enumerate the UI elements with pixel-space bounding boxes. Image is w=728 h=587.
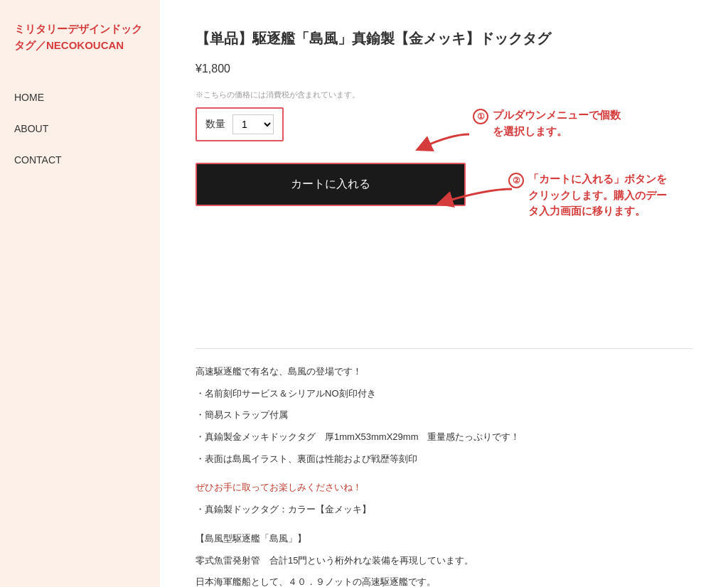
sidebar-item-home[interactable]: HOME (14, 82, 146, 113)
tax-note: ※こちらの価格には消費税が含まれています。 (196, 90, 692, 100)
desc-line-2: ・名前刻印サービス＆シリアルNO刻印付き (196, 385, 692, 403)
cart-button[interactable]: カートに入れる (197, 164, 464, 205)
desc-line-5: ・表面は島風イラスト、裏面は性能および戦歴等刻印 (196, 451, 692, 468)
callout-1-text: プルダウンメニューで個数を選択します。 (493, 107, 621, 139)
sidebar-item-contact[interactable]: CONTACT (14, 144, 146, 176)
desc-line-8: 【島風型駆逐艦「島風」】 (196, 530, 692, 548)
callout-1-number: ① (473, 109, 488, 124)
desc-line-4: ・真鍮製金メッキドックタグ 厚1mmX53mmX29mm 重量感たっぷりです！ (196, 429, 692, 446)
callout-2: ② 「カートに入れる」ボタンをクリックします。購入のデータ入力画面に移ります。 (508, 171, 670, 220)
main-content: 【単品】駆逐艦「島風」真鍮製【金メッキ】ドックタグ ¥1,800 ※こちらの価格… (160, 0, 728, 587)
desc-line-1: 高速駆逐艦で有名な、島風の登場です！ (196, 363, 692, 381)
arrow-2-icon (430, 182, 515, 212)
product-description: 高速駆逐艦で有名な、島風の登場です！ ・名前刻印サービス＆シリアルNO刻印付き … (196, 363, 692, 587)
quantity-select[interactable]: 1 2 3 4 5 (232, 114, 274, 134)
product-price: ¥1,800 (196, 63, 692, 75)
desc-line-7: ・真鍮製ドックタグ：カラー【金メッキ】 (196, 501, 692, 519)
sidebar-item-about[interactable]: ABOUT (14, 113, 146, 144)
desc-line-6: ぜひお手に取ってお楽しみくださいね！ (196, 479, 692, 497)
purchase-section: 数量 1 2 3 4 5 カートに入れる ① プルダウンメニューで個数を選択しま… (196, 107, 692, 206)
sidebar-nav: HOME ABOUT CONTACT (14, 82, 146, 176)
divider (196, 348, 692, 349)
callout-2-text: 「カートに入れる」ボタンをクリックします。購入のデータ入力画面に移ります。 (528, 171, 670, 220)
cart-button-wrapper: カートに入れる (196, 163, 466, 206)
callout-1: ① プルダウンメニューで個数を選択します。 (473, 107, 621, 139)
quantity-section: 数量 1 2 3 4 5 (196, 107, 284, 141)
desc-line-10: 日本海軍艦船として、４０．９ノットの高速駆逐艦です。 (196, 573, 692, 587)
product-title: 【単品】駆逐艦「島風」真鍮製【金メッキ】ドックタグ (196, 28, 692, 48)
sidebar: ミリタリーデザインドックタグ／NECOKOUCAN HOME ABOUT CON… (0, 0, 160, 587)
desc-line-3: ・簡易ストラップ付属 (196, 406, 692, 424)
site-logo[interactable]: ミリタリーデザインドックタグ／NECOKOUCAN (14, 21, 146, 53)
quantity-label: 数量 (205, 118, 225, 131)
desc-line-9: 零式魚雷発射管 合計15門という桁外れな装備を再現しています。 (196, 552, 692, 570)
arrow-1-icon (409, 127, 473, 158)
